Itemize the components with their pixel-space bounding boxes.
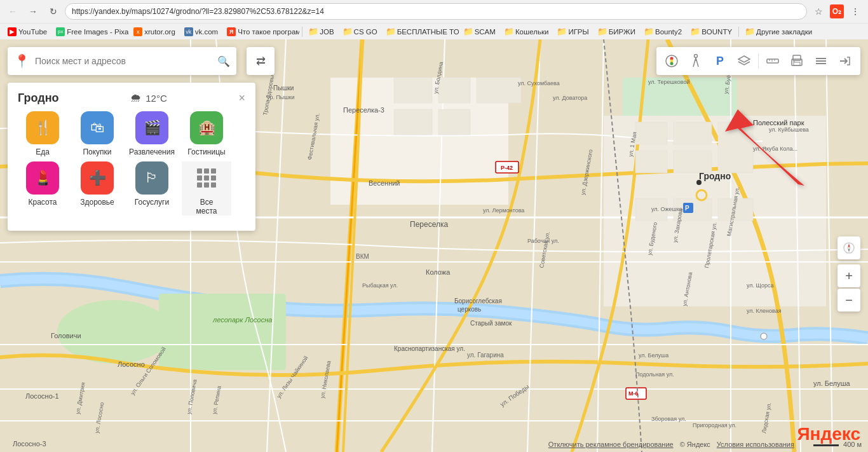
route-button[interactable]: ⇄ — [247, 47, 275, 75]
svg-marker-119 — [848, 248, 850, 252]
menu-button[interactable] — [810, 50, 832, 72]
layers-button[interactable] — [733, 50, 756, 72]
all-label: Всеместа — [196, 198, 217, 216]
svg-text:ул. Белуша: ул. Белуша — [813, 380, 851, 387]
zoom-out-button[interactable]: − — [837, 289, 860, 312]
print-button[interactable] — [785, 50, 808, 72]
category-govt[interactable]: 🏳 Госуслуги — [127, 161, 177, 216]
search-box: 📍 🔍 — [8, 47, 236, 75]
weather-icon: 🌧 — [130, 92, 142, 105]
extensions-btn[interactable]: O₂ — [830, 4, 844, 18]
parking-button[interactable]: P — [709, 50, 731, 72]
nav-bar: ← → ↻ ☆ O₂ ⋮ — [0, 0, 868, 23]
pedestrian-icon — [689, 54, 702, 68]
vk-icon: vk — [184, 27, 193, 36]
ruler-button[interactable] — [761, 50, 784, 72]
bookmark-youtube-label: YouTube — [18, 28, 47, 36]
bookmark-tokens[interactable]: 📁 БЕСПЛАТНЫЕ ТОКЕНЫ — [383, 26, 459, 38]
bookmark-pixabay[interactable]: px Free Images - Pixabay — [52, 26, 128, 38]
pixabay-icon: px — [56, 27, 65, 36]
close-panel-button[interactable]: × — [238, 92, 245, 105]
svg-text:Старый замок: Старый замок — [470, 320, 512, 327]
scale-label: 400 м — [843, 441, 862, 448]
bookmark-other-label: Другие закладки — [756, 28, 812, 36]
svg-text:Переселка-3: Переселка-3 — [343, 106, 384, 114]
svg-text:ул. Лермонтова: ул. Лермонтова — [483, 207, 524, 214]
svg-text:Лососно: Лососно — [118, 360, 145, 368]
bookmark-csgo[interactable]: 📁 CS GO — [339, 26, 381, 38]
bookmark-bounty2[interactable]: 📁 Bounty2 — [641, 26, 686, 38]
chto-icon: Я — [227, 27, 236, 36]
forward-button[interactable]: → — [24, 3, 42, 20]
entertainment-icon: 🎬 — [135, 111, 168, 144]
govt-label: Госуслуги — [135, 198, 169, 207]
bookmark-star[interactable]: ☆ — [810, 3, 827, 20]
back-button[interactable]: ← — [4, 3, 22, 20]
hotel-icon: 🏨 — [190, 111, 223, 144]
svg-rect-32 — [718, 122, 753, 173]
other-folder-icon: 📁 — [745, 27, 754, 36]
ad-text[interactable]: Отключить рекламное брендирование — [548, 441, 674, 448]
login-button[interactable] — [834, 50, 857, 72]
zoom-in-button[interactable]: + — [837, 264, 860, 287]
terms-link[interactable]: Условия использования — [717, 441, 794, 448]
compass-button[interactable] — [837, 236, 860, 259]
bookmark-bounty[interactable]: 📁 BOUNTY — [687, 26, 736, 38]
bookmark-scam[interactable]: 📁 SCAM — [460, 26, 499, 38]
category-food[interactable]: 🍴 Еда — [18, 111, 67, 156]
svg-rect-24 — [438, 78, 470, 103]
svg-text:ул. Белуша: ул. Белуша — [639, 352, 668, 359]
bookmark-xrutor[interactable]: x xrutor.org — [130, 26, 179, 38]
svg-rect-26 — [394, 109, 432, 135]
bookmark-pixabay-label: Free Images - Pixabay — [67, 28, 128, 36]
scale: 400 м — [813, 441, 862, 448]
category-all[interactable]: Всеместа — [182, 161, 231, 216]
svg-text:лесопарк Лососна: лесопарк Лососна — [212, 316, 272, 324]
bookmark-separator-2 — [738, 27, 739, 37]
chrome-menu[interactable]: ⋮ — [846, 3, 864, 20]
bookmark-wallets[interactable]: 📁 Кошельки — [501, 26, 553, 38]
bookmark-games[interactable]: 📁 ИГРЫ — [553, 26, 592, 38]
address-bar[interactable] — [65, 3, 807, 20]
search-button[interactable]: 🔍 — [217, 55, 230, 67]
pedestrian-button[interactable] — [684, 50, 707, 72]
svg-text:церковь: церковь — [458, 306, 481, 313]
svg-text:ул. Щорса: ул. Щорса — [747, 282, 774, 289]
bookmark-xrutor-label: xrutor.org — [144, 28, 175, 36]
shopping-label: Покупки — [83, 147, 111, 156]
svg-rect-28 — [635, 122, 667, 144]
category-health[interactable]: ➕ Здоровье — [72, 161, 122, 216]
bookmark-chto[interactable]: Я Что такое программир... — [223, 26, 299, 38]
hotel-label: Гостиницы — [187, 147, 225, 156]
xrutor-icon: x — [133, 27, 142, 36]
all-icon — [190, 161, 223, 195]
bounty2-folder-icon: 📁 — [644, 27, 653, 36]
category-beauty[interactable]: 💄 Красота — [18, 161, 67, 216]
bookmark-vk[interactable]: vk vk.com — [180, 26, 222, 38]
reload-button[interactable]: ↻ — [44, 3, 62, 20]
category-hotel[interactable]: 🏨 Гостиницы — [182, 111, 231, 156]
temperature: 12°C — [146, 93, 167, 104]
map-footer: Отключить рекламное брендирование © Янде… — [0, 437, 868, 452]
bookmark-other[interactable]: 📁 Другие закладки — [742, 26, 816, 38]
birja-folder-icon: 📁 — [598, 27, 607, 36]
bookmark-job[interactable]: 📁 JOB — [305, 26, 337, 38]
map-container[interactable]: Переселка-3 Весенний Переселка Коложа Бо… — [0, 39, 868, 452]
svg-text:ур. Пышки: ур. Пышки — [267, 94, 295, 100]
beauty-label: Красота — [29, 198, 57, 207]
svg-text:ул. Терешковой: ул. Терешковой — [648, 79, 690, 85]
traffic-button[interactable] — [660, 50, 683, 72]
youtube-icon: ▶ — [8, 27, 17, 36]
wallets-folder-icon: 📁 — [505, 27, 513, 36]
svg-text:Лососно-1: Лососно-1 — [25, 392, 59, 400]
job-folder-icon: 📁 — [309, 27, 318, 36]
bookmark-youtube[interactable]: ▶ YouTube — [4, 26, 51, 38]
category-entertainment[interactable]: 🎬 Развлечения — [127, 111, 177, 156]
city-weather: 🌧 12°C — [130, 92, 167, 105]
category-shopping[interactable]: 🛍 Покупки — [72, 111, 122, 156]
bookmark-birja[interactable]: 📁 БИРЖИ — [594, 26, 639, 38]
nav-icons: ☆ O₂ ⋮ — [810, 3, 864, 20]
search-input[interactable] — [35, 56, 217, 66]
svg-rect-31 — [674, 151, 712, 173]
bookmark-job-label: JOB — [320, 28, 334, 36]
